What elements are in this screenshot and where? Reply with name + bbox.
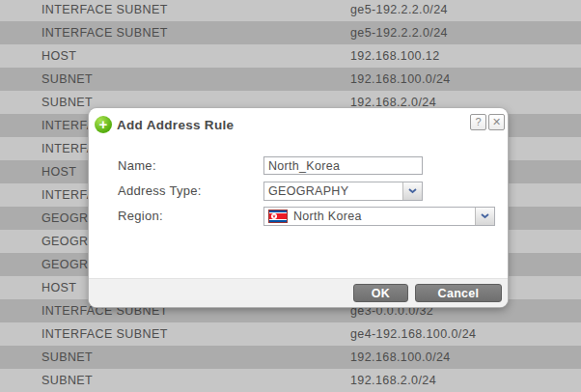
address-type-label: Address Type: bbox=[118, 182, 202, 200]
table-row[interactable]: INTERFACE SUBNET ge5-192.2.2.0/24 bbox=[0, 21, 581, 44]
add-plus-icon: + bbox=[95, 116, 112, 133]
chevron-down-icon[interactable] bbox=[402, 182, 422, 200]
region-label: Region: bbox=[118, 208, 163, 225]
table-row[interactable]: INTERFACE SUBNET ge5-192.2.2.0/24 bbox=[0, 0, 581, 21]
dialog-header: + Add Address Rule ? ✕ bbox=[89, 108, 508, 143]
add-address-rule-dialog: + Add Address Rule ? ✕ Name: Address Typ… bbox=[89, 108, 508, 307]
table-row[interactable]: INTERFACE SUBNET ge4-192.168.100.0/24 bbox=[0, 322, 581, 346]
address-type-cell: INTERFACE SUBNET bbox=[42, 0, 168, 21]
address-type-cell: SUBNET bbox=[42, 346, 93, 369]
address-type-cell: SUBNET bbox=[42, 68, 93, 91]
chevron-down-icon[interactable] bbox=[475, 208, 494, 225]
dialog-footer: OK Cancel bbox=[89, 278, 508, 307]
table-row[interactable]: SUBNET 192.168.2.0/24 bbox=[0, 369, 581, 392]
address-type-cell: HOST bbox=[42, 44, 76, 68]
address-type-cell: INTERFACE SUBNET bbox=[42, 21, 168, 44]
region-select[interactable]: North Korea bbox=[263, 207, 495, 226]
cancel-button[interactable]: Cancel bbox=[415, 284, 502, 302]
table-row[interactable]: SUBNET 192.168.100.0/24 bbox=[0, 68, 581, 91]
address-value-cell: 192.168.100.12 bbox=[350, 44, 440, 68]
table-row[interactable]: HOST 192.168.100.12 bbox=[0, 44, 581, 68]
address-type-cell: SUBNET bbox=[42, 369, 93, 392]
name-label: Name: bbox=[118, 157, 156, 175]
address-object-screen: INTERFACE SUBNET ge5-192.2.2.0/24 INTERF… bbox=[0, 0, 581, 392]
name-input[interactable] bbox=[263, 156, 423, 175]
address-value-cell: 192.168.2.0/24 bbox=[350, 369, 436, 392]
address-value-cell: ge5-192.2.2.0/24 bbox=[350, 21, 448, 44]
address-type-cell: SUBNET bbox=[42, 91, 93, 114]
help-icon[interactable]: ? bbox=[470, 114, 486, 130]
north-korea-flag-icon bbox=[268, 210, 288, 223]
window-buttons: ? ✕ bbox=[470, 114, 505, 130]
address-type-value: GEOGRAPHY bbox=[268, 184, 348, 198]
address-type-select[interactable]: GEOGRAPHY bbox=[263, 182, 423, 201]
address-value-cell: 192.168.100.0/24 bbox=[350, 68, 451, 91]
dialog-title: Add Address Rule bbox=[117, 118, 234, 132]
address-value-cell: ge5-192.2.2.0/24 bbox=[350, 0, 448, 21]
region-value: North Korea bbox=[293, 210, 362, 223]
ok-button[interactable]: OK bbox=[353, 284, 408, 302]
close-icon[interactable]: ✕ bbox=[488, 114, 505, 130]
address-type-cell: INTERFACE SUBNET bbox=[42, 322, 168, 346]
address-type-cell: HOST bbox=[42, 276, 76, 299]
address-value-cell: ge4-192.168.100.0/24 bbox=[350, 322, 476, 346]
address-value-cell: 192.168.100.0/24 bbox=[350, 346, 451, 369]
table-row[interactable]: SUBNET 192.168.100.0/24 bbox=[0, 346, 581, 369]
address-type-cell: HOST bbox=[42, 160, 76, 183]
